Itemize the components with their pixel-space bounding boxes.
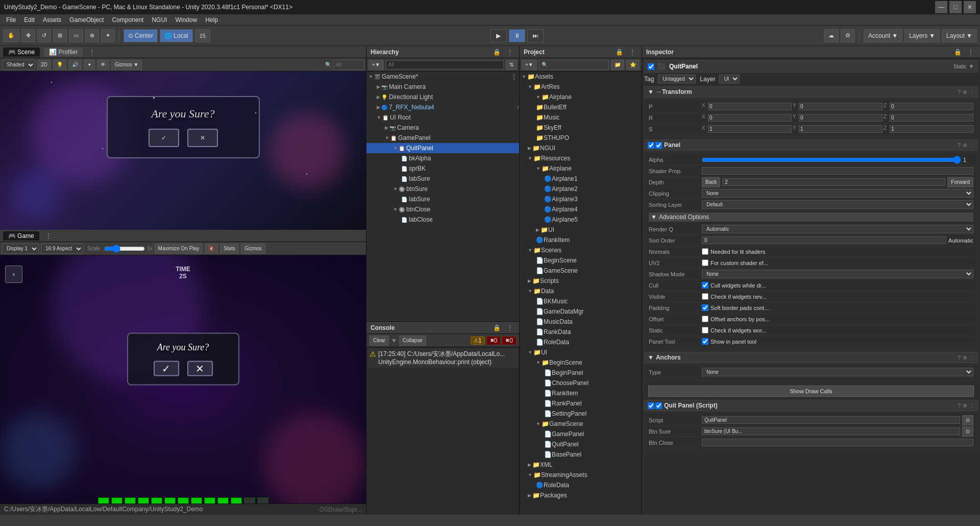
tree-item-ui-root[interactable]: ▼ 📋 UI Root — [366, 112, 519, 123]
scene-menu-btn[interactable]: ⋮ — [87, 49, 97, 56]
anchors-help[interactable]: ? — [958, 355, 961, 361]
padding-check[interactable] — [702, 304, 708, 311]
project-content[interactable]: ▼ 📁 Assets ▼ 📁 ArtRes ▼ 📁 Airplane 📁Bull… — [520, 71, 642, 515]
script-enabled-toggle[interactable] — [648, 402, 654, 409]
show-draw-calls-button[interactable]: Show Draw Calls — [648, 386, 974, 397]
script-help[interactable]: ? — [958, 403, 961, 409]
depth-back-btn[interactable]: Back — [702, 177, 720, 187]
depth-value[interactable] — [722, 178, 945, 186]
profiler-tab[interactable]: 📊 Profiler — [44, 47, 83, 57]
hierarchy-search-input[interactable] — [386, 60, 504, 69]
proj-airplane5[interactable]: 🔵Airplane5 — [520, 214, 642, 225]
btnclose-arrow[interactable]: ▼ — [393, 207, 398, 212]
game-confirm-btn[interactable]: ✓ — [154, 361, 179, 376]
display-select[interactable]: Display 1 — [2, 244, 39, 254]
transform-settings[interactable]: ⚙ — [963, 89, 967, 95]
console-collapse-btn[interactable]: Collapse — [399, 336, 426, 346]
scene-tab[interactable]: 🎮 Scene — [3, 47, 40, 57]
script-select-btn[interactable]: ⊙ — [962, 415, 973, 425]
proj-airplane2[interactable]: 🔵Airplane2 — [520, 184, 642, 194]
hierarchy-add-btn[interactable]: +▼ — [369, 60, 384, 70]
tree-item-gamescene[interactable]: ▼ 🎬 GameScene* ⋮ — [366, 71, 519, 82]
anchors-type-select[interactable]: None — [702, 368, 973, 376]
layers-button[interactable]: Layers ▼ — [904, 29, 940, 42]
proj-beginscene-ui[interactable]: ▼📁BeginScene — [520, 357, 642, 368]
hand-tool[interactable]: ✋ — [3, 29, 19, 42]
game-tab[interactable]: 🎮 Game — [3, 231, 39, 241]
tree-item-labsure2[interactable]: 📄 labSure — [366, 194, 519, 204]
proj-sthupo[interactable]: 📁STHUPO — [520, 133, 642, 143]
menu-file[interactable]: File — [2, 15, 20, 25]
tree-item-btnsure[interactable]: ▼ 🔘 btnSure — [366, 184, 519, 194]
hierarchy-menu-btn[interactable]: ⋮ — [505, 49, 515, 56]
proj-musicdata[interactable]: 📄MusicData — [520, 317, 642, 327]
btnsure-arrow[interactable]: ▼ — [393, 186, 398, 192]
panel-more[interactable]: ⋮ — [969, 142, 974, 148]
quitpanel-arrow[interactable]: ▼ — [393, 146, 398, 151]
transform-px[interactable] — [708, 103, 792, 110]
transform-pz[interactable] — [890, 103, 973, 110]
scene-cancel-btn[interactable]: ✕ — [187, 129, 218, 147]
shadow-mode-select[interactable]: None — [702, 270, 973, 278]
rect-tool[interactable]: ▭ — [69, 29, 83, 42]
btn-sure-input[interactable] — [702, 427, 960, 435]
transform-rx[interactable] — [708, 114, 792, 122]
proj-beginpanel[interactable]: 📄BeginPanel — [520, 368, 642, 378]
proj-roledata2[interactable]: 🔵RoleData — [520, 480, 642, 490]
proj-ui-folder[interactable]: ▼📁UI — [520, 347, 642, 357]
scale-tool[interactable]: ⊞ — [53, 29, 67, 42]
sort-order-input[interactable] — [702, 236, 946, 244]
maximize-button[interactable]: □ — [949, 1, 962, 13]
menu-edit[interactable]: Edit — [20, 15, 39, 25]
minimize-button[interactable]: — — [935, 1, 947, 13]
normals-check[interactable] — [702, 248, 708, 255]
proj-gamescene[interactable]: 📄GameScene — [520, 266, 642, 276]
script-visible-toggle[interactable] — [655, 402, 662, 409]
stats-btn[interactable]: Stats — [220, 244, 239, 254]
proj-music[interactable]: 📁Music — [520, 112, 642, 123]
gamescene-menu[interactable]: ⋮ — [509, 73, 519, 80]
proj-scenes[interactable]: ▼📁Scenes — [520, 245, 642, 255]
proj-streaming[interactable]: ▼📁StreamingAssets — [520, 470, 642, 480]
console-clear-btn[interactable]: Clear — [370, 336, 389, 346]
proj-choosepanel[interactable]: 📄ChoosePanel — [520, 378, 642, 388]
step-button[interactable]: ⏭ — [527, 29, 544, 42]
inspector-lock-btn[interactable]: 🔒 — [952, 49, 964, 56]
panel-visible-toggle[interactable] — [655, 142, 662, 149]
proj-bulleteff[interactable]: 📁BulletEff — [520, 102, 642, 112]
game-cancel-btn[interactable]: ✕ — [187, 361, 213, 376]
snap-btn[interactable]: 15 — [195, 29, 210, 42]
uv2-check[interactable] — [702, 259, 708, 266]
transform-sz[interactable] — [890, 125, 973, 133]
inspector-menu-btn[interactable]: ⋮ — [966, 49, 976, 56]
shading-select[interactable]: Shaded — [2, 60, 35, 70]
proj-rankpanel[interactable]: 📄RankPanel — [520, 398, 642, 409]
menu-ngui[interactable]: NGUI — [148, 15, 171, 25]
aspect-select[interactable]: 16:9 Aspect — [41, 244, 83, 254]
transform-more[interactable]: ⋮ — [969, 89, 974, 95]
scene-hid-btn[interactable]: 👁 — [97, 60, 109, 70]
transform-component-header[interactable]: ▼ ↔ Transform ? ⚙ ⋮ — [644, 86, 978, 98]
script-settings[interactable]: ⚙ — [963, 403, 967, 409]
btn-sure-select-btn[interactable]: ⊙ — [962, 426, 973, 437]
project-lock-btn[interactable]: 🔒 — [614, 49, 625, 56]
project-fav-btn[interactable]: ⭐ — [626, 60, 640, 70]
transform-py[interactable] — [799, 103, 883, 110]
panel-tool-check[interactable] — [702, 338, 708, 345]
offset-check[interactable] — [702, 316, 708, 322]
game-gizmos-btn[interactable]: Gizmos — [241, 244, 265, 254]
gizmos-btn[interactable]: Gizmos ▼ — [111, 60, 142, 70]
clipping-select[interactable]: None — [702, 189, 973, 198]
layer-dropdown[interactable]: UI — [719, 75, 740, 83]
ui-root-arrow[interactable]: ▼ — [377, 115, 381, 120]
depth-forward-btn[interactable]: Forward — [947, 177, 973, 187]
proj-beginscene[interactable]: 📄BeginScene — [520, 255, 642, 266]
proj-assets[interactable]: ▼ 📁 Assets — [520, 71, 642, 82]
proj-skyeff[interactable]: 📁SkyEff — [520, 123, 642, 133]
custom-tool[interactable]: ✦ — [101, 29, 115, 42]
tree-item-dir-light[interactable]: ▶ 💡 Directional Light — [366, 92, 519, 102]
proj-xml[interactable]: ▶📁XML — [520, 460, 642, 470]
tree-item-labsure[interactable]: 📄 labSure — [366, 174, 519, 184]
transform-sy[interactable] — [799, 125, 883, 133]
layout-button[interactable]: Layout ▼ — [942, 29, 977, 42]
